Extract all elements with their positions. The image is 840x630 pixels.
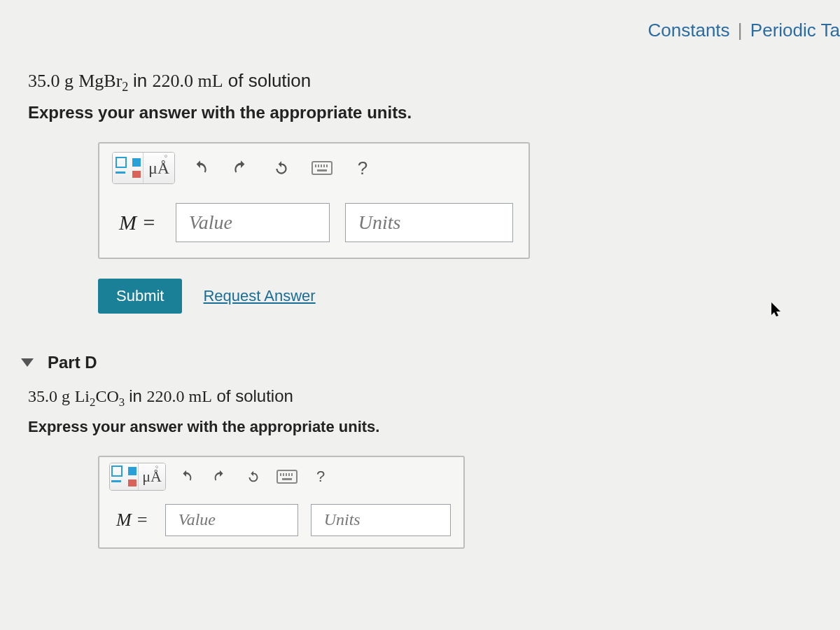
compound-c: MgBr2 bbox=[78, 71, 133, 91]
compound-d: Li2CO3 bbox=[75, 387, 129, 405]
undo-icon-d bbox=[178, 469, 194, 484]
help-button[interactable]: ? bbox=[347, 153, 378, 183]
units-input-d[interactable]: Units bbox=[311, 504, 451, 536]
compound-symbol-d1: Li bbox=[75, 387, 90, 405]
constants-link[interactable]: Constants bbox=[648, 20, 730, 41]
reset-button[interactable] bbox=[266, 153, 297, 183]
problem-statement-c: 35.0 g MgBr2 in 220.0 mL of solution bbox=[28, 70, 812, 94]
reset-icon-d bbox=[246, 469, 261, 484]
mass-text-d: 35.0 g bbox=[28, 387, 70, 405]
instruction-c: Express your answer with the appropriate… bbox=[28, 103, 812, 122]
value-input-c[interactable]: Value bbox=[176, 203, 330, 242]
mua-label-d: μÅ bbox=[142, 468, 162, 486]
variable-label-c: M = bbox=[115, 211, 160, 234]
redo-icon-d bbox=[212, 469, 227, 484]
answer-box-c: μÅ° ? M = Value Units bbox=[98, 142, 530, 259]
actions-c: Submit Request Answer bbox=[98, 279, 812, 314]
template-icon bbox=[114, 155, 142, 181]
of-text: of solution bbox=[228, 70, 312, 91]
template-icon-d bbox=[110, 464, 138, 489]
submit-button[interactable]: Submit bbox=[98, 279, 182, 314]
special-chars-button-d[interactable]: μÅ° bbox=[139, 463, 165, 490]
part-c-section: 35.0 g MgBr2 in 220.0 mL of solution Exp… bbox=[28, 70, 812, 314]
link-separator: | bbox=[738, 20, 743, 41]
periodic-table-link[interactable]: Periodic Ta bbox=[750, 20, 840, 41]
redo-button-d[interactable] bbox=[206, 463, 233, 490]
variable-label-d: M = bbox=[112, 510, 153, 531]
of-text-d: of solution bbox=[216, 386, 293, 405]
keyboard-icon-d bbox=[276, 470, 298, 484]
special-chars-button[interactable]: μÅ° bbox=[144, 153, 174, 183]
mass-text: 35.0 g bbox=[28, 71, 74, 91]
keyboard-button[interactable] bbox=[307, 153, 337, 183]
input-row-d: M = Value Units bbox=[99, 497, 463, 547]
undo-button[interactable] bbox=[185, 153, 216, 183]
units-input-c[interactable]: Units bbox=[345, 203, 513, 242]
reset-button-d[interactable] bbox=[240, 463, 267, 490]
problem-statement-d: 35.0 g Li2CO3 in 220.0 mL of solution bbox=[28, 386, 812, 410]
undo-button-d[interactable] bbox=[173, 463, 200, 490]
keyboard-icon bbox=[312, 161, 332, 175]
in-text: in bbox=[133, 70, 152, 91]
input-row-c: M = Value Units bbox=[99, 192, 528, 258]
answer-box-d: μÅ° ? M = Value Units bbox=[98, 456, 465, 549]
compound-sub-d2: 3 bbox=[119, 396, 125, 409]
toolbar-c: μÅ° ? bbox=[99, 144, 528, 192]
request-answer-link[interactable]: Request Answer bbox=[203, 287, 315, 305]
value-input-d[interactable]: Value bbox=[165, 504, 298, 536]
instruction-d: Express your answer with the appropriate… bbox=[28, 418, 812, 436]
redo-icon bbox=[232, 159, 250, 177]
part-d-section: Part D 35.0 g Li2CO3 in 220.0 mL of solu… bbox=[28, 353, 812, 549]
template-button-d[interactable] bbox=[110, 463, 139, 490]
collapse-toggle[interactable] bbox=[21, 358, 34, 367]
template-button[interactable] bbox=[113, 153, 144, 183]
compound-symbol-d2: CO bbox=[95, 387, 118, 405]
format-group: μÅ° bbox=[112, 152, 175, 184]
header-links: Constants | Periodic Ta bbox=[648, 20, 840, 41]
toolbar-d: μÅ° ? bbox=[99, 457, 463, 497]
redo-button[interactable] bbox=[225, 153, 256, 183]
help-button-d[interactable]: ? bbox=[307, 463, 334, 490]
part-d-label: Part D bbox=[48, 353, 97, 372]
reset-icon bbox=[272, 159, 290, 177]
undo-icon bbox=[191, 159, 209, 177]
format-group-d: μÅ° bbox=[109, 463, 166, 491]
cursor-icon bbox=[770, 301, 784, 322]
volume-text: 220.0 mL bbox=[152, 71, 223, 91]
part-d-header: Part D bbox=[21, 353, 812, 372]
compound-symbol: MgBr bbox=[78, 71, 122, 91]
volume-text-d: 220.0 mL bbox=[146, 387, 211, 405]
compound-subscript: 2 bbox=[122, 80, 128, 94]
in-text-d: in bbox=[129, 386, 146, 405]
keyboard-button-d[interactable] bbox=[274, 463, 300, 490]
